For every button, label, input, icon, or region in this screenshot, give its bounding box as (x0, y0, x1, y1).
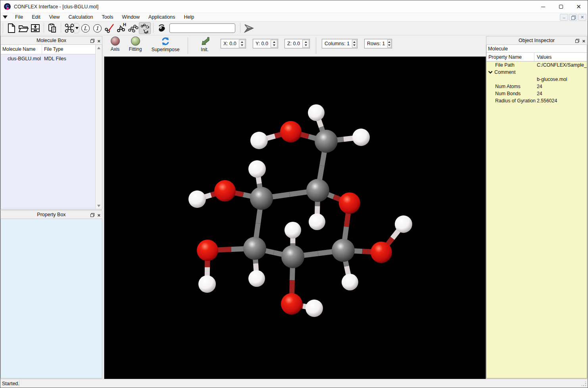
add-hydrogen-button[interactable]: H (115, 22, 127, 34)
atom-c[interactable] (332, 239, 355, 262)
open-file-button[interactable] (17, 22, 29, 34)
y-spinner[interactable]: Y: 0.0 (253, 39, 278, 48)
molecule-build-button[interactable] (63, 22, 75, 34)
close-panel-icon[interactable]: × (97, 213, 100, 218)
column-molecule-name[interactable]: Molecule Name (1, 45, 42, 54)
columns-spinner[interactable]: Columns: 1 (322, 39, 357, 48)
fitting-button[interactable]: Fitting (124, 36, 146, 52)
minimize-button[interactable] (534, 0, 552, 13)
inspector-row[interactable]: Comment (486, 69, 587, 76)
z-spinner[interactable]: Z: 0.0 (284, 39, 310, 48)
columns-spinner-value[interactable]: Columns: 1 (322, 39, 352, 48)
chevron-down-icon[interactable] (488, 70, 493, 74)
title-bar[interactable]: C CONFLEX Interface - [clus-BGLU.mol] ✕ (0, 0, 588, 13)
spin-up-icon[interactable] (305, 41, 307, 43)
toolbar-handle[interactable] (2, 23, 4, 33)
mdi-restore-button[interactable] (569, 14, 577, 21)
atom-h[interactable] (342, 274, 358, 290)
measure-button[interactable] (103, 22, 115, 34)
float-panel-icon[interactable] (575, 39, 579, 43)
spinner-buttons[interactable] (239, 40, 245, 48)
atom-h[interactable] (308, 104, 325, 121)
init-button[interactable]: Init. (196, 36, 213, 52)
run-button[interactable] (243, 22, 255, 34)
close-panel-icon[interactable]: × (582, 38, 585, 44)
spinner-buttons[interactable] (352, 40, 357, 48)
spin-down-icon[interactable] (241, 44, 243, 46)
rows-spinner[interactable]: Rows: 1 (364, 39, 392, 48)
atom-c[interactable] (315, 130, 338, 153)
conflex-gears-button[interactable] (139, 22, 151, 34)
atom-o[interactable] (371, 242, 392, 263)
inspector-row[interactable]: Num Bonds24 (486, 90, 587, 97)
spin-up-icon[interactable] (273, 41, 275, 43)
inspector-row[interactable]: Num Atoms24 (486, 83, 587, 90)
copy-button[interactable] (46, 22, 58, 34)
new-file-button[interactable] (6, 22, 17, 34)
atom-o[interactable] (214, 180, 236, 202)
axis-button[interactable]: Axis (106, 36, 124, 52)
atom-h[interactable] (395, 215, 412, 233)
menu-overflow-icon[interactable] (3, 15, 8, 19)
pin-button[interactable] (156, 22, 168, 34)
atom-o[interactable] (281, 293, 302, 315)
float-panel-icon[interactable] (90, 39, 94, 43)
spin-up-icon[interactable] (241, 41, 243, 43)
menu-item-view[interactable]: View (45, 13, 64, 21)
command-input[interactable] (169, 23, 235, 33)
molecule-build-dropdown[interactable] (74, 23, 79, 33)
menu-item-help[interactable]: Help (179, 13, 198, 21)
atom-h[interactable] (198, 275, 216, 293)
atom-h[interactable] (352, 129, 370, 146)
spin-down-icon[interactable] (273, 44, 275, 46)
spinner-buttons[interactable] (387, 40, 391, 48)
scroll-down-icon[interactable] (97, 205, 100, 207)
spin-down-icon[interactable] (353, 44, 355, 46)
spinner-buttons[interactable] (271, 40, 277, 48)
atom-h[interactable] (188, 190, 206, 208)
label-l-button[interactable]: L (79, 22, 91, 34)
inspector-row[interactable]: Radius of Gyration2.556024 (486, 97, 587, 104)
menu-item-applications[interactable]: Applications (144, 13, 179, 21)
atom-h[interactable] (306, 300, 323, 317)
column-file-type[interactable]: File Type (42, 45, 95, 54)
x-spinner[interactable]: X: 0.0 (221, 39, 246, 48)
float-panel-icon[interactable] (90, 213, 94, 217)
column-property-name[interactable]: Property Name (486, 53, 534, 61)
x-spinner-value[interactable]: X: 0.0 (221, 39, 238, 48)
atom-o[interactable] (197, 240, 218, 261)
scroll-up-icon[interactable] (97, 47, 100, 49)
atom-h[interactable] (248, 270, 265, 287)
y-spinner-value[interactable]: Y: 0.0 (253, 39, 270, 48)
spin-down-icon[interactable] (388, 44, 390, 46)
inspector-row[interactable]: File PathC:/CONFLEX/Sample_... (486, 61, 587, 69)
atom-c[interactable] (281, 245, 304, 268)
menu-item-file[interactable]: File (11, 13, 27, 21)
spinner-buttons[interactable] (302, 40, 309, 48)
object-inspector-titlebar[interactable]: Object Inspector × (486, 36, 587, 45)
maximize-button[interactable] (552, 0, 570, 13)
atom-h[interactable] (309, 213, 325, 230)
menu-item-edit[interactable]: Edit (27, 13, 45, 21)
toolbar-handle[interactable] (43, 23, 45, 33)
atom-h[interactable] (284, 222, 301, 238)
rows-spinner-value[interactable]: Rows: 1 (365, 39, 387, 48)
table-row[interactable]: clus-BGLU.mol MDL Files (1, 54, 95, 63)
superimpose-button[interactable]: Superimpose (146, 36, 184, 52)
scrollbar[interactable] (95, 45, 102, 209)
spin-up-icon[interactable] (353, 41, 355, 43)
spin-down-icon[interactable] (305, 44, 307, 46)
spin-up-icon[interactable] (388, 41, 390, 43)
close-panel-icon[interactable]: × (97, 38, 100, 44)
property-box-titlebar[interactable]: Property Box × (0, 210, 102, 219)
atom-o[interactable] (339, 192, 360, 214)
atom-h[interactable] (248, 160, 266, 178)
mdi-minimize-button[interactable]: – (560, 14, 568, 21)
label-1-button[interactable]: 1 (91, 22, 103, 34)
inspector-row[interactable]: b-glucose.mol (486, 76, 587, 83)
z-spinner-value[interactable]: Z: 0.0 (285, 39, 302, 48)
molecule-viewport[interactable] (104, 56, 486, 380)
menu-item-window[interactable]: Window (118, 13, 144, 21)
atom-o[interactable] (280, 121, 302, 142)
atom-h[interactable] (250, 132, 268, 149)
